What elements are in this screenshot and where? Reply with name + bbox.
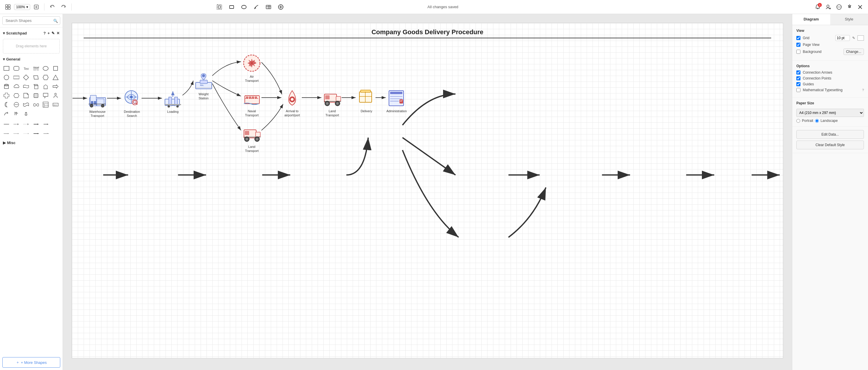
landscape-radio[interactable] — [815, 119, 819, 123]
shape-line[interactable] — [2, 120, 10, 128]
tab-diagram[interactable]: Diagram — [792, 14, 830, 25]
background-checkbox[interactable] — [796, 50, 801, 54]
shape-square[interactable] — [52, 64, 60, 72]
shape-triangle[interactable] — [52, 73, 60, 81]
shape-medium-arrow[interactable] — [32, 120, 40, 128]
node-loading[interactable]: Loading — [163, 88, 183, 114]
clear-default-style-button[interactable]: Clear Default Style — [796, 141, 864, 149]
shape-bracket[interactable] — [32, 92, 40, 100]
insert-tool[interactable] — [276, 2, 286, 12]
math-checkbox[interactable] — [796, 88, 801, 92]
canvas[interactable]: Company Goods Delivery Procedure — [63, 14, 792, 370]
search-input[interactable] — [2, 16, 60, 25]
settings-button[interactable] — [845, 3, 854, 11]
grid-pt-input[interactable] — [835, 35, 850, 41]
shape-callout[interactable] — [41, 92, 50, 100]
shape-curved-arrow[interactable] — [2, 110, 10, 118]
shape-item-label[interactable]: Item — [52, 101, 60, 109]
shape-arrow-r3[interactable] — [22, 130, 30, 138]
change-background-button[interactable]: Change... — [843, 48, 864, 55]
shape-cross[interactable] — [2, 92, 10, 100]
undo-button[interactable] — [48, 3, 57, 11]
grid-checkbox[interactable] — [796, 36, 801, 40]
shape-hexagon[interactable] — [41, 73, 50, 81]
node-arrival[interactable]: Arrival toairport/port — [282, 88, 302, 117]
shape-arrows-up[interactable] — [12, 110, 21, 118]
guides-checkbox[interactable] — [796, 82, 801, 86]
shape-cylinder[interactable] — [2, 82, 10, 91]
shape-parallelogram[interactable] — [32, 73, 40, 81]
more-shapes-plus: ＋ — [16, 360, 20, 365]
shape-arrow-r4[interactable] — [32, 130, 40, 138]
shape-wide-rect[interactable] — [12, 73, 21, 81]
scratchpad-help-icon[interactable]: ? — [43, 31, 45, 35]
connection-arrows-checkbox[interactable] — [796, 70, 801, 74]
portrait-radio[interactable] — [796, 119, 800, 123]
zoom-control[interactable]: 100% ▾ — [14, 4, 30, 10]
shape-banner[interactable] — [22, 82, 30, 91]
scratchpad-add-icon[interactable]: + — [48, 31, 50, 35]
shape-circle[interactable] — [2, 73, 10, 81]
select-tool[interactable] — [214, 2, 224, 12]
chat-button[interactable] — [835, 3, 843, 11]
node-admin[interactable]: Administration — [386, 88, 407, 113]
shape-split-arrows[interactable] — [22, 110, 30, 118]
node-weight[interactable]: lbs. WeightStation — [193, 70, 214, 101]
node-destination[interactable]: DestinationSearch — [122, 88, 142, 118]
shape-person[interactable] — [52, 92, 60, 100]
scratchpad-section[interactable]: ▾ Scratchpad ? + ✎ ✕ — [0, 29, 63, 37]
shape-ellipse[interactable] — [41, 64, 50, 72]
page-view-checkbox[interactable] — [796, 43, 801, 47]
shape-list[interactable]: List Item — [41, 101, 50, 109]
table-tool[interactable] — [264, 2, 274, 12]
shape-wave[interactable] — [32, 101, 40, 109]
shape-arrow-r5[interactable] — [42, 130, 50, 138]
shape-end-arrow[interactable] — [42, 120, 50, 128]
shape-heading[interactable]: Headingtext text — [32, 64, 40, 72]
scratchpad-close-icon[interactable]: ✕ — [57, 31, 60, 35]
edit-data-button[interactable]: Edit Data... — [796, 130, 864, 139]
general-section-header[interactable]: ▾ General — [0, 55, 63, 63]
shape-dashed-arrow[interactable] — [12, 120, 21, 128]
notifications-button[interactable]: 1 — [813, 2, 823, 12]
rectangle-tool[interactable] — [227, 2, 237, 12]
shape-rectangle[interactable] — [2, 64, 10, 72]
shape-arrow-right[interactable] — [52, 82, 60, 91]
paper-size-select[interactable]: A4 (210 mm x 297 mm) — [796, 109, 864, 117]
shape-open-box[interactable] — [41, 82, 50, 91]
node-warehouse[interactable]: WarehouseTransport — [87, 88, 107, 118]
shape-arrow-r2[interactable] — [12, 130, 21, 138]
color-edit-icon[interactable]: ✎ — [852, 36, 855, 40]
node-air[interactable]: AirTransport — [242, 53, 262, 83]
grid-color-box[interactable] — [858, 35, 864, 41]
shape-arc[interactable] — [2, 101, 10, 109]
math-help-icon[interactable]: ? — [862, 88, 864, 92]
shape-rounded-rect[interactable] — [12, 64, 21, 72]
connection-points-checkbox[interactable] — [796, 76, 801, 80]
more-shapes-button[interactable]: ＋ + More Shapes — [2, 357, 60, 368]
add-user-button[interactable] — [824, 3, 833, 11]
shape-text[interactable]: Text — [22, 64, 30, 72]
node-land-top[interactable]: LandTransport — [242, 123, 262, 153]
node-naval[interactable]: NavalTransport — [242, 88, 262, 117]
help-button[interactable] — [856, 3, 865, 11]
shape-cloud[interactable] — [12, 82, 21, 91]
pages-button[interactable] — [3, 3, 12, 11]
shape-no[interactable] — [12, 101, 21, 109]
shape-diamond[interactable] — [22, 73, 30, 81]
scratchpad-edit-icon[interactable]: ✎ — [52, 31, 55, 35]
tab-style[interactable]: Style — [830, 14, 868, 25]
shape-cube[interactable] — [32, 82, 40, 91]
redo-button[interactable] — [59, 3, 68, 11]
shape-dotted-arrow[interactable] — [22, 120, 30, 128]
add-page-button[interactable] — [32, 3, 41, 11]
shape-process[interactable] — [12, 92, 21, 100]
pen-tool[interactable] — [251, 2, 261, 12]
shape-arrow-r1[interactable] — [2, 130, 10, 138]
misc-section-header[interactable]: ▶ Misc — [0, 139, 63, 147]
node-land-main[interactable]: LandTransport — [322, 88, 342, 117]
shape-tape[interactable] — [22, 101, 30, 109]
ellipse-tool[interactable] — [239, 2, 249, 12]
shape-note[interactable] — [22, 92, 30, 100]
node-delivery[interactable]: Delivery — [356, 88, 377, 113]
